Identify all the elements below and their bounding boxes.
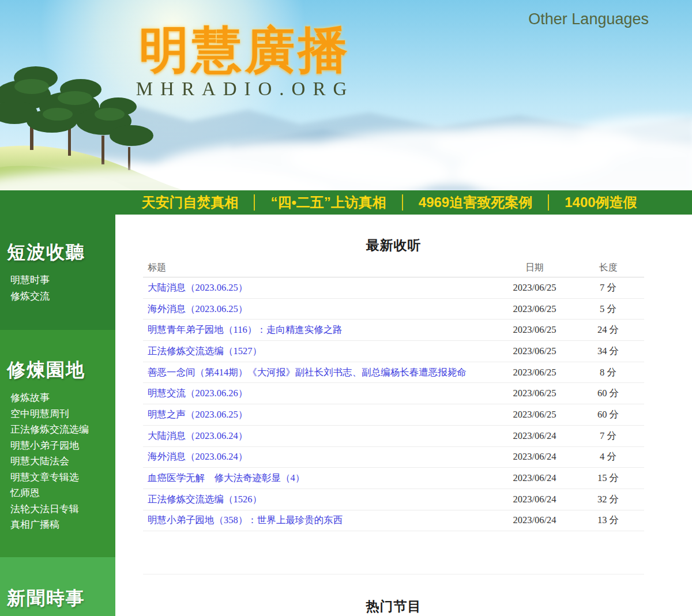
- episode-length: 60 分: [572, 387, 644, 400]
- latest-listening-title: 最新收听: [143, 236, 644, 254]
- table-header-row: 标题 日期 长度: [143, 259, 644, 277]
- sidebar-item[interactable]: 真相广播稿: [0, 517, 115, 533]
- episode-length: 32 分: [572, 493, 644, 506]
- table-row: 明慧青年弟子园地（116）：走向精進实修之路 2023/06/25 24 分: [143, 320, 644, 341]
- table-row: 明慧之声（2023.06.25） 2023/06/25 60 分: [143, 404, 644, 426]
- sidebar-item[interactable]: 明慧时事: [0, 272, 115, 288]
- sidebar-item[interactable]: 忆师恩: [0, 485, 115, 501]
- table-row: 海外消息（2023.06.24） 2023/06/24 4 分: [143, 447, 644, 468]
- episode-date: 2023/06/25: [497, 303, 572, 315]
- episode-link[interactable]: 明慧小弟子园地（358）：世界上最珍贵的东西: [148, 514, 343, 525]
- table-row: 正法修炼交流选编（1527） 2023/06/25 34 分: [143, 341, 644, 362]
- episode-link[interactable]: 大陆消息（2023.06.25）: [148, 282, 247, 293]
- episode-length: 60 分: [572, 408, 644, 421]
- topnav-link[interactable]: 4969迫害致死案例: [402, 194, 548, 211]
- episode-length: 24 分: [572, 324, 644, 336]
- episode-link[interactable]: 明慧青年弟子园地（116）：走向精進实修之路: [148, 324, 343, 335]
- episode-link[interactable]: 大陆消息（2023.06.24）: [148, 430, 247, 441]
- episode-link[interactable]: 海外消息（2023.06.25）: [148, 303, 247, 314]
- episode-date: 2023/06/25: [497, 388, 572, 399]
- sidebar-item[interactable]: 修炼交流: [0, 288, 115, 305]
- header-banner: 明慧廣播 MHRADIO.ORG Other Languages: [0, 0, 692, 190]
- episode-date: 2023/06/25: [497, 409, 572, 420]
- sidebar-heading-news[interactable]: 新聞時事: [0, 587, 115, 609]
- episode-length: 7 分: [572, 430, 644, 442]
- column-header-length: 长度: [572, 262, 644, 274]
- table-row: 大陆消息（2023.06.24） 2023/06/24 7 分: [143, 426, 644, 447]
- table-row: 海外消息（2023.06.25） 2023/06/25 5 分: [143, 299, 644, 320]
- sidebar-heading-cultivation[interactable]: 修煉園地: [0, 359, 115, 381]
- site-logo[interactable]: 明慧廣播 MHRADIO.ORG: [101, 22, 389, 99]
- episode-length: 7 分: [572, 281, 644, 294]
- episode-link[interactable]: 正法修炼交流选编（1526）: [148, 494, 262, 505]
- sidebar-item[interactable]: 空中明慧周刊: [0, 406, 115, 422]
- episode-length: 4 分: [572, 450, 644, 463]
- popular-programs-title: 热门节目: [143, 598, 644, 615]
- sidebar-item[interactable]: 明慧文章专辑选: [0, 469, 115, 486]
- episode-link[interactable]: 善恶一念间（第414期）《大河报》副社长刘书志、副总编杨长春遭恶报毙命: [148, 367, 467, 378]
- table-row: 善恶一念间（第414期）《大河报》副社长刘书志、副总编杨长春遭恶报毙命 2023…: [143, 362, 644, 384]
- page: 明慧廣播 MHRADIO.ORG Other Languages 天安门自焚真相…: [0, 0, 692, 616]
- column-header-title: 标题: [143, 262, 497, 274]
- episode-date: 2023/06/24: [497, 494, 572, 505]
- main-content: 最新收听 标题 日期 长度 大陆消息（2023.06.25） 2023/06/2…: [115, 215, 692, 616]
- sidebar-item[interactable]: 法轮大法日专辑: [0, 501, 115, 517]
- episode-date: 2023/06/25: [497, 367, 572, 378]
- episode-date: 2023/06/25: [497, 345, 572, 357]
- topnav-link[interactable]: “四•二五”上访真相: [254, 194, 401, 211]
- episode-length: 5 分: [572, 303, 644, 315]
- episode-length: 15 分: [572, 472, 644, 484]
- topnav-link[interactable]: 天安门自焚真相: [126, 194, 254, 211]
- sidebar-item[interactable]: 明慧大陆法会: [0, 453, 115, 469]
- site-logo-title: 明慧廣播: [101, 22, 389, 77]
- episode-length: 34 分: [572, 345, 644, 358]
- sidebar: 短波收聽 明慧时事 修炼交流 修煉園地 修炼故事 空中明慧周刊 正法修炼交流选编: [0, 215, 115, 616]
- section-divider: [143, 574, 644, 574]
- table-row: 大陆消息（2023.06.25） 2023/06/25 7 分: [143, 277, 644, 299]
- episode-link[interactable]: 正法修炼交流选编（1527）: [148, 345, 262, 356]
- sidebar-section-shortwave: 短波收聽 明慧时事 修炼交流: [0, 215, 115, 330]
- episode-date: 2023/06/24: [497, 430, 572, 442]
- episode-date: 2023/06/25: [497, 282, 572, 294]
- episode-link[interactable]: 海外消息（2023.06.24）: [148, 451, 247, 462]
- episode-length: 8 分: [572, 366, 644, 379]
- top-navigation-bar: 天安门自焚真相 “四•二五”上访真相 4969迫害致死案例 1400例造假: [0, 190, 692, 215]
- sidebar-section-cultivation: 修煉園地 修炼故事 空中明慧周刊 正法修炼交流选编 明慧小弟子园地 明慧大陆法会…: [0, 330, 115, 557]
- episode-date: 2023/06/24: [497, 451, 572, 463]
- column-header-date: 日期: [497, 262, 572, 274]
- episode-date: 2023/06/24: [497, 472, 572, 484]
- episode-date: 2023/06/24: [497, 514, 572, 526]
- episode-length: 13 分: [572, 514, 644, 527]
- table-row: 血癌医学无解 修大法奇迹彰显（4） 2023/06/24 15 分: [143, 468, 644, 489]
- sidebar-section-news: 新聞時事: [0, 557, 115, 616]
- other-languages-link[interactable]: Other Languages: [528, 10, 649, 28]
- episode-link[interactable]: 血癌医学无解 修大法奇迹彰显（4）: [148, 472, 304, 483]
- episode-link[interactable]: 明慧交流（2023.06.26）: [148, 388, 247, 399]
- table-row: 明慧小弟子园地（358）：世界上最珍贵的东西 2023/06/24 13 分: [143, 510, 644, 532]
- episode-link[interactable]: 明慧之声（2023.06.25）: [148, 409, 247, 420]
- topnav-link[interactable]: 1400例造假: [548, 194, 652, 211]
- sidebar-item[interactable]: 正法修炼交流选编: [0, 422, 115, 438]
- sidebar-heading-shortwave[interactable]: 短波收聽: [0, 241, 115, 263]
- table-row: 正法修炼交流选编（1526） 2023/06/24 32 分: [143, 489, 644, 510]
- table-row: 明慧交流（2023.06.26） 2023/06/25 60 分: [143, 383, 644, 404]
- sidebar-item[interactable]: 修炼故事: [0, 390, 115, 406]
- site-logo-domain: MHRADIO.ORG: [101, 78, 389, 99]
- episode-date: 2023/06/25: [497, 324, 572, 336]
- sidebar-item[interactable]: 明慧小弟子园地: [0, 438, 115, 454]
